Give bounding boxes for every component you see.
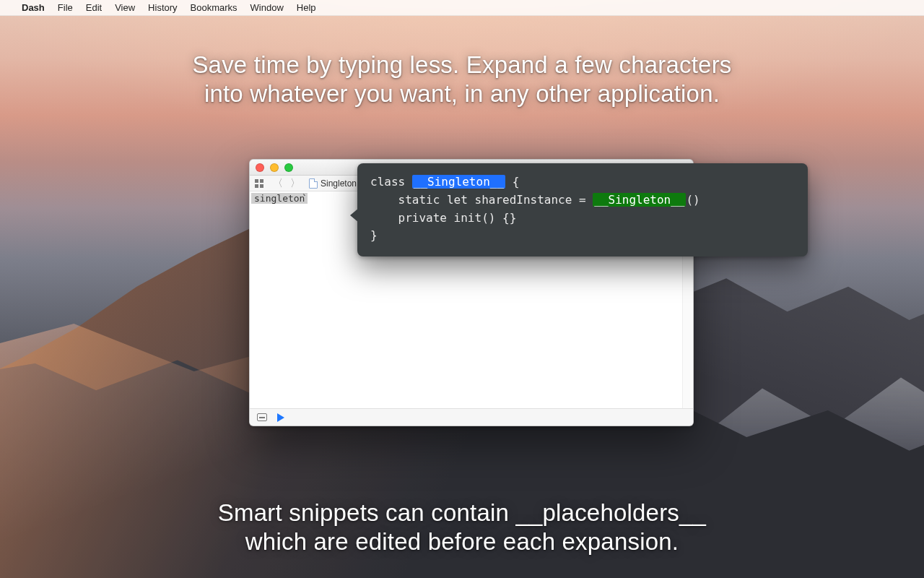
minimize-button[interactable]	[270, 163, 279, 172]
forward-button[interactable]: 〉	[287, 177, 303, 190]
breadcrumb-file: Singleton	[321, 178, 357, 189]
code-l1-post: {	[505, 175, 519, 189]
related-items-icon[interactable]	[254, 178, 264, 189]
run-button[interactable]	[277, 413, 284, 422]
swift-file-icon	[309, 178, 318, 189]
code-l2-pre: static let sharedInstance =	[370, 193, 593, 207]
desktop: Dash File Edit View History Bookmarks Wi…	[0, 0, 924, 578]
app-name-menu[interactable]: Dash	[22, 2, 45, 13]
panel-toggle-icon[interactable]	[257, 413, 267, 421]
menu-history[interactable]: History	[148, 2, 177, 13]
code-l2-post: ()	[686, 193, 699, 207]
macos-menubar: Dash File Edit View History Bookmarks Wi…	[0, 0, 924, 16]
hero-bottom-line1: Smart snippets can contain __placeholder…	[137, 499, 787, 527]
editor-footer	[250, 408, 693, 426]
code-l1-pre: class	[370, 175, 412, 189]
hero-top-line2: into whatever you want, in any other app…	[137, 79, 787, 108]
code-l4: }	[370, 228, 378, 242]
snippet-expansion-popover: class __Singleton__ { static let sharedI…	[357, 163, 808, 256]
close-button[interactable]	[256, 163, 264, 172]
hero-top-line1: Save time by typing less. Expand a few c…	[137, 51, 787, 79]
menu-window[interactable]: Window	[250, 2, 284, 13]
trigger-char: `	[302, 193, 308, 204]
nav-arrows: 〈 〉	[270, 177, 303, 190]
placeholder-linked[interactable]: __Singleton__	[593, 193, 686, 207]
typed-abbreviation: singleton	[251, 193, 308, 204]
hero-caption-top: Save time by typing less. Expand a few c…	[137, 51, 787, 108]
zoom-button[interactable]	[284, 163, 293, 172]
menu-help[interactable]: Help	[297, 2, 316, 13]
hero-bottom-line2: which are edited before each expansion.	[137, 527, 787, 556]
menu-edit[interactable]: Edit	[86, 2, 102, 13]
menu-bookmarks[interactable]: Bookmarks	[191, 2, 237, 13]
code-l3: private init() {}	[370, 211, 516, 225]
menu-view[interactable]: View	[115, 2, 135, 13]
placeholder-selected[interactable]: __Singleton__	[412, 175, 505, 189]
menu-file[interactable]: File	[58, 2, 73, 13]
back-button[interactable]: 〈	[270, 177, 286, 190]
hero-caption-bottom: Smart snippets can contain __placeholder…	[137, 499, 787, 556]
breadcrumb[interactable]: Singleton	[309, 178, 357, 189]
